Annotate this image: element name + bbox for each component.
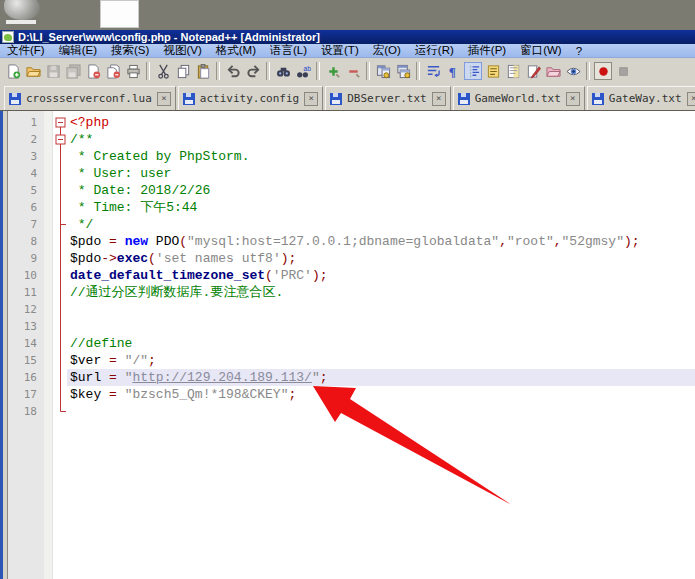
menu-plugins[interactable]: 插件(P)	[461, 43, 513, 58]
code-line[interactable]: /**	[67, 131, 695, 148]
toolbar-word-wrap-button[interactable]	[424, 62, 442, 80]
code-area[interactable]: <?php/** * Created by PhpStorm. * User: …	[67, 111, 695, 579]
tab-close-icon[interactable]: ×	[157, 92, 171, 106]
editor-area: 123456789101112131415161718 <?php/** * C…	[0, 111, 695, 579]
menu-macro[interactable]: 宏(O)	[366, 43, 408, 58]
toolbar-copy-button[interactable]	[174, 62, 192, 80]
tab-close-icon[interactable]: ×	[687, 92, 695, 106]
line-number: 3	[8, 148, 37, 165]
code-line[interactable]: //define	[67, 335, 695, 352]
toolbar-separator	[366, 62, 370, 80]
code-token: =	[109, 387, 125, 402]
code-line[interactable]: $url = "http://129.204.189.113/";	[67, 369, 695, 386]
code-line[interactable]: * Created by PhpStorm.	[67, 148, 695, 165]
toolbar-folder-as-workspace-button[interactable]	[544, 62, 562, 80]
show-indent-guide-icon	[466, 64, 481, 79]
toolbar-sync-scroll-vertical-button[interactable]	[374, 62, 392, 80]
url-link[interactable]: http://129.204.189.113/	[132, 370, 311, 385]
menu-language[interactable]: 语言(L)	[263, 43, 314, 58]
desktop-icon-partial[interactable]	[4, 0, 40, 20]
tab-close-icon[interactable]: ×	[304, 92, 318, 106]
code-line[interactable]: * Date: 2018/2/26	[67, 182, 695, 199]
toolbar-save-button[interactable]	[44, 62, 62, 80]
tab-gameworld-txt[interactable]: GameWorld.txt×	[453, 86, 585, 110]
code-line[interactable]	[67, 403, 695, 420]
code-token: ->	[101, 251, 117, 266]
code-line[interactable]	[67, 301, 695, 318]
bookmark-margin[interactable]	[44, 111, 53, 579]
toolbar-monitor-button[interactable]	[564, 62, 582, 80]
paste-icon	[196, 64, 211, 79]
code-token: /**	[70, 132, 93, 147]
menu-help[interactable]: ?	[569, 45, 589, 57]
tab-close-icon[interactable]: ×	[566, 92, 580, 106]
toolbar-new-file-button[interactable]	[4, 62, 22, 80]
toolbar-function-list-button[interactable]	[484, 62, 502, 80]
code-token: );	[624, 234, 640, 249]
menu-view[interactable]: 视图(V)	[156, 43, 208, 58]
code-line[interactable]: * User: user	[67, 165, 695, 182]
menu-settings[interactable]: 设置(T)	[314, 43, 366, 58]
toolbar-start-recording-button[interactable]	[594, 62, 612, 80]
toolbar-separator	[216, 62, 220, 80]
toolbar-stop-recording-button[interactable]	[614, 62, 632, 80]
fold-marks	[53, 111, 67, 579]
desktop-icon-white[interactable]	[100, 0, 139, 28]
tab-crossserverconf-lua[interactable]: crossserverconf.lua×	[4, 86, 176, 110]
toolbar-separator	[316, 62, 320, 80]
toolbar-sync-scroll-horizontal-button[interactable]	[394, 62, 412, 80]
code-line[interactable]: //通过分区判断数据库.要注意合区.	[67, 284, 695, 301]
code-token: PDO	[148, 234, 179, 249]
toolbar-show-all-characters-button[interactable]: ¶	[444, 62, 462, 80]
toolbar-show-indent-guide-button[interactable]	[464, 62, 482, 80]
title-bar[interactable]: D:\LI_Server\www\config.php - Notepad++ …	[0, 30, 695, 44]
toolbar-replace-button[interactable]: ab	[294, 62, 312, 80]
tab-activity-config[interactable]: activity.config×	[178, 86, 323, 110]
toolbar-cut-button[interactable]	[154, 62, 172, 80]
code-token: 'set names utf8'	[156, 251, 281, 266]
line-number: 10	[8, 267, 37, 284]
code-line[interactable]: date_default_timezone_set('PRC');	[67, 267, 695, 284]
code-line[interactable]: $pdo = new PDO("mysql:host=127.0.0.1;dbn…	[67, 233, 695, 250]
line-number: 1	[8, 114, 37, 131]
line-number: 14	[8, 335, 37, 352]
tab-close-icon[interactable]: ×	[432, 92, 446, 106]
code-line[interactable]: $pdo->exec('set names utf8');	[67, 250, 695, 267]
toolbar-close-button[interactable]	[84, 62, 102, 80]
menu-window[interactable]: 窗口(W)	[513, 43, 569, 58]
toolbar-document-map-button[interactable]	[504, 62, 522, 80]
toolbar-close-all-button[interactable]	[104, 62, 122, 80]
toolbar-undo-button[interactable]	[224, 62, 242, 80]
toolbar-print-button[interactable]	[124, 62, 142, 80]
menu-run[interactable]: 运行(R)	[408, 43, 461, 58]
toolbar-save-all-button[interactable]	[64, 62, 82, 80]
fold-margin[interactable]	[53, 111, 67, 579]
window-title: D:\LI_Server\www\config.php - Notepad++ …	[18, 31, 320, 43]
line-number: 9	[8, 250, 37, 267]
code-line[interactable]: <?php	[67, 114, 695, 131]
menu-file[interactable]: 文件(F)	[0, 43, 52, 58]
toolbar-zoom-in-button[interactable]	[324, 62, 342, 80]
tab-gateway-txt[interactable]: GateWay.txt×	[587, 86, 695, 110]
code-line[interactable]: $key = "bzsch5_Qm!*198&CKEY";	[67, 386, 695, 403]
code-line[interactable]	[67, 318, 695, 335]
toolbar-paste-button[interactable]	[194, 62, 212, 80]
code-line[interactable]: */	[67, 216, 695, 233]
toolbar-redo-button[interactable]	[244, 62, 262, 80]
code-token: (	[265, 268, 273, 283]
svg-text:ab: ab	[303, 64, 311, 71]
tab-dbserver-txt[interactable]: DBServer.txt×	[325, 86, 450, 110]
code-line[interactable]: * Time: 下午5:44	[67, 199, 695, 216]
code-token: ,	[554, 234, 562, 249]
menu-format[interactable]: 格式(M)	[209, 43, 263, 58]
toolbar-open-file-button[interactable]	[24, 62, 42, 80]
toolbar-separator	[586, 62, 590, 80]
menu-edit[interactable]: 编辑(E)	[52, 43, 104, 58]
code-line[interactable]: $ver = "/";	[67, 352, 695, 369]
menu-search[interactable]: 搜索(S)	[104, 43, 156, 58]
line-number: 2	[8, 131, 37, 148]
toolbar-zoom-out-button[interactable]	[344, 62, 362, 80]
toolbar-document-switcher-button[interactable]	[524, 62, 542, 80]
replace-icon: ab	[296, 64, 311, 79]
toolbar-find-button[interactable]	[274, 62, 292, 80]
